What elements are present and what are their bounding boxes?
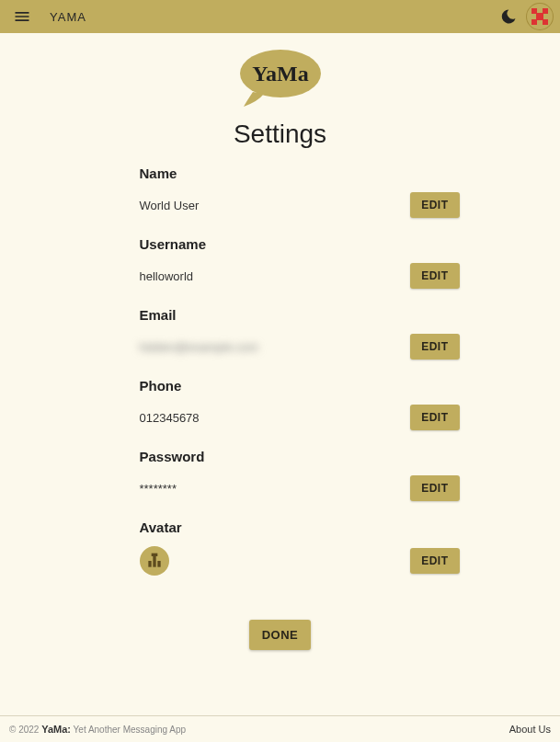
svg-rect-7 — [153, 556, 155, 567]
svg-rect-4 — [543, 19, 548, 25]
moon-icon — [500, 8, 517, 25]
user-avatar-button[interactable] — [527, 4, 553, 29]
main-content: YaMa Settings Name World User EDIT Usern… — [0, 33, 560, 715]
field-name-label: Name — [140, 166, 460, 181]
field-username-value: helloworld — [140, 269, 194, 283]
edit-avatar-button[interactable]: EDIT — [410, 548, 459, 574]
field-password-value: ******** — [140, 482, 177, 496]
edit-password-button[interactable]: EDIT — [410, 475, 459, 501]
theme-toggle-button[interactable] — [494, 2, 523, 31]
field-name: Name World User EDIT — [140, 166, 460, 218]
app-logo: YaMa — [236, 46, 325, 114]
field-username: Username helloworld EDIT — [140, 236, 460, 289]
edit-email-button[interactable]: EDIT — [410, 334, 459, 360]
settings-fields: Name World User EDIT Username helloworld… — [101, 166, 460, 594]
field-email: Email hidden@example.com EDIT — [140, 307, 460, 360]
menu-button[interactable] — [7, 2, 37, 31]
field-phone-value: 012345678 — [140, 411, 200, 425]
field-phone-label: Phone — [140, 378, 460, 394]
footer: © 2022 YaMa: Yet Another Messaging App A… — [0, 715, 560, 742]
field-email-value: hidden@example.com — [140, 340, 259, 354]
field-phone: Phone 012345678 EDIT — [140, 378, 460, 430]
footer-copyright: © 2022 YaMa: Yet Another Messaging App — [9, 724, 186, 735]
svg-rect-3 — [531, 19, 537, 25]
field-avatar: Avatar EDIT — [140, 519, 460, 576]
field-name-value: World User — [140, 199, 200, 212]
about-us-link[interactable]: About Us — [509, 724, 551, 735]
field-username-label: Username — [140, 236, 460, 252]
field-avatar-label: Avatar — [140, 519, 460, 535]
field-password-label: Password — [140, 449, 460, 464]
svg-rect-2 — [536, 13, 543, 20]
edit-phone-button[interactable]: EDIT — [410, 405, 459, 430]
svg-rect-9 — [151, 554, 157, 556]
logo-text: YaMa — [252, 62, 308, 86]
done-button[interactable]: DONE — [249, 620, 312, 650]
edit-username-button[interactable]: EDIT — [410, 263, 459, 289]
avatar-icon — [529, 6, 551, 28]
edit-name-button[interactable]: EDIT — [410, 192, 459, 218]
field-avatar-image — [140, 546, 169, 576]
topbar: YAMA — [0, 0, 560, 33]
svg-rect-8 — [157, 561, 160, 567]
svg-rect-6 — [148, 561, 151, 567]
field-email-label: Email — [140, 307, 460, 323]
app-name: YAMA — [50, 10, 86, 24]
field-password: Password ******** EDIT — [140, 449, 460, 501]
avatar-thumbnail-icon — [145, 552, 164, 570]
menu-icon — [13, 7, 31, 26]
page-title: Settings — [234, 120, 326, 149]
